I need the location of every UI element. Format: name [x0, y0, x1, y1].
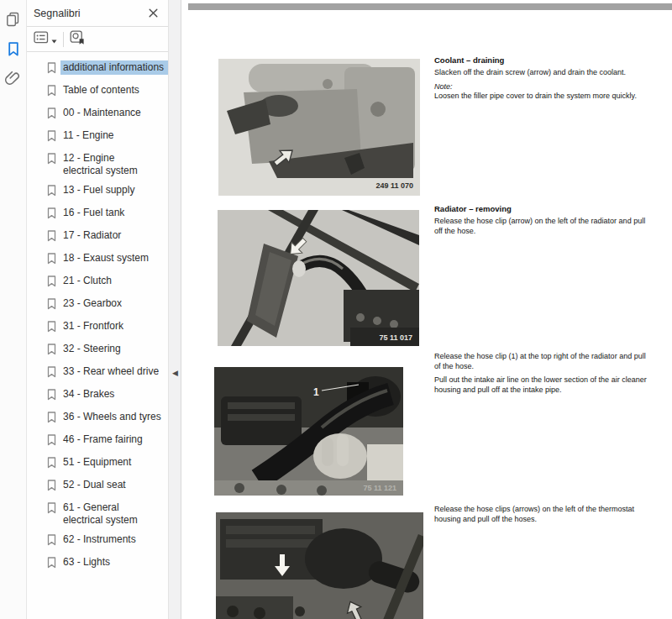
- section-paragraph: Release the hose clip (1) at the top rig…: [434, 352, 651, 371]
- bookmark-item-label: 46 - Frame fairing: [63, 433, 143, 446]
- bookmark-glyph-icon: [47, 321, 56, 336]
- bookmark-item-label: 21 - Clutch: [63, 275, 112, 287]
- bookmark-item[interactable]: 17 - Radiator: [27, 226, 168, 249]
- panel-title: Segnalibri: [34, 8, 81, 19]
- bookmark-item[interactable]: 13 - Fuel supply: [27, 181, 168, 203]
- bookmark-glyph-icon: [47, 412, 56, 427]
- bookmark-glyph-icon: [47, 275, 56, 291]
- toolbar-divider: [63, 32, 64, 47]
- section-hose-clip-intake: Release the hose clip (1) at the top rig…: [434, 352, 651, 399]
- navigation-rail: [0, 0, 27, 619]
- pdf-viewer-window: Segnalibri: [0, 0, 672, 619]
- panel-gutter: ◀: [168, 0, 181, 619]
- section-radiator-removing: Radiator – removing Release the hose cli…: [434, 204, 651, 240]
- bookmarks-toolbar: [27, 27, 168, 52]
- bookmark-list: additional informations Table of content…: [27, 52, 168, 575]
- bookmark-item[interactable]: 52 - Dual seat: [27, 475, 168, 498]
- bookmark-glyph-icon: [47, 153, 56, 168]
- bookmark-icon: [7, 41, 20, 60]
- bookmark-glyph-icon: [47, 62, 56, 77]
- bookmark-item-label: 36 - Wheels and tyres: [63, 411, 161, 423]
- section-coolant-draining: Coolant – draining Slacken off the drain…: [434, 55, 651, 106]
- bookmark-item[interactable]: 51 - Equipment: [27, 453, 168, 475]
- bookmark-item[interactable]: 12 - Engine electrical system: [27, 149, 168, 181]
- figure-thermostat-housing: [216, 512, 423, 619]
- bookmark-glyph-icon: [47, 207, 56, 223]
- collapse-panel-icon[interactable]: ◀: [172, 370, 178, 377]
- note-text: Loosen the filler pipe cover to drain th…: [434, 92, 651, 102]
- bookmark-item-label: 17 - Radiator: [63, 229, 121, 242]
- bookmark-item-label: additional informations: [60, 60, 168, 75]
- bookmark-item[interactable]: 21 - Clutch: [27, 271, 168, 294]
- bookmarks-panel: Segnalibri: [27, 0, 168, 619]
- bookmark-item-label: 52 - Dual seat: [63, 479, 126, 491]
- bookmark-glyph-icon: [47, 534, 56, 549]
- bookmark-glyph-icon: [47, 130, 56, 145]
- find-bookmark-icon: [70, 30, 86, 49]
- paperclip-icon: [5, 70, 21, 92]
- bookmark-item[interactable]: 32 - Steering: [27, 339, 168, 362]
- bookmark-item[interactable]: additional informations: [27, 58, 168, 81]
- bookmarks-panel-header: Segnalibri: [27, 0, 168, 27]
- bookmark-item-label: 33 - Rear wheel drive: [63, 365, 159, 378]
- bookmark-item[interactable]: 61 - General electrical system: [27, 498, 168, 530]
- pdf-page: 249 11 070: [181, 0, 672, 619]
- options-icon: [34, 31, 49, 47]
- page-thumbnails-button[interactable]: [4, 10, 23, 30]
- bookmark-item[interactable]: 63 - Lights: [27, 553, 168, 575]
- bookmark-item-label: 16 - Fuel tank: [63, 207, 124, 219]
- close-panel-icon[interactable]: [149, 8, 158, 18]
- bookmark-item-label: 63 - Lights: [63, 556, 110, 569]
- figure-part-label: 1: [313, 386, 319, 398]
- bookmark-item[interactable]: 00 - Maintenance: [27, 103, 168, 126]
- bookmark-item[interactable]: 34 - Brakes: [27, 385, 168, 407]
- bookmark-item[interactable]: 33 - Rear wheel drive: [27, 362, 168, 385]
- figure-caption: 249 11 070: [375, 181, 413, 190]
- viewer-top-edge: [188, 3, 672, 10]
- note-label: Note:: [434, 82, 651, 92]
- figure-coolant-drain: 249 11 070: [218, 59, 420, 199]
- page-thumbnails-icon: [5, 11, 21, 30]
- bookmark-glyph-icon: [47, 502, 56, 517]
- bookmark-item-label: 31 - Frontfork: [63, 320, 123, 333]
- bookmark-item[interactable]: 62 - Instruments: [27, 530, 168, 553]
- bookmark-glyph-icon: [47, 230, 56, 245]
- bookmark-glyph-icon: [47, 108, 56, 123]
- section-paragraph: Release the hose clips (arrows) on the l…: [434, 505, 651, 524]
- bookmark-item[interactable]: 31 - Frontfork: [27, 317, 168, 339]
- bookmark-item-label: 32 - Steering: [63, 343, 121, 355]
- bookmark-item-label: 11 - Engine: [63, 129, 114, 142]
- bookmark-item-label: Table of contents: [63, 84, 139, 97]
- figure-intake-hose: 1 75 11 121: [214, 367, 403, 499]
- bookmark-item[interactable]: 36 - Wheels and tyres: [27, 407, 168, 430]
- bookmark-item-label: 18 - Exaust system: [63, 252, 149, 265]
- figure-caption: 75 11 121: [363, 484, 396, 492]
- bookmark-glyph-icon: [47, 389, 56, 404]
- bookmark-item[interactable]: 23 - Gearbox: [27, 294, 168, 317]
- figure-caption: 75 11 017: [379, 333, 412, 342]
- bookmark-item[interactable]: 16 - Fuel tank: [27, 203, 168, 226]
- bookmark-glyph-icon: [47, 85, 56, 100]
- bookmark-item-label: 34 - Brakes: [63, 388, 114, 401]
- bookmarks-panel-button[interactable]: [4, 40, 23, 60]
- bookmark-glyph-icon: [47, 185, 56, 200]
- bookmark-item[interactable]: 46 - Frame fairing: [27, 430, 168, 453]
- bookmark-glyph-icon: [47, 457, 56, 472]
- section-heading: Radiator – removing: [434, 204, 651, 213]
- bookmark-item-label: 13 - Fuel supply: [63, 184, 134, 197]
- attachments-button[interactable]: [4, 71, 23, 91]
- bookmark-glyph-icon: [47, 557, 56, 572]
- bookmark-glyph-icon: [47, 298, 56, 313]
- bookmark-item[interactable]: Table of contents: [27, 81, 168, 103]
- section-heading: Coolant – draining: [434, 55, 651, 65]
- bookmark-item[interactable]: 11 - Engine: [27, 126, 168, 149]
- bookmark-glyph-icon: [47, 480, 56, 495]
- bookmark-item[interactable]: 18 - Exaust system: [27, 249, 168, 271]
- section-paragraph: Pull out the intake air line on the lowe…: [434, 375, 651, 395]
- bookmark-options-button[interactable]: [34, 31, 57, 47]
- find-current-bookmark-button[interactable]: [70, 30, 86, 49]
- chevron-down-icon: [51, 32, 57, 47]
- bookmark-item-label: 00 - Maintenance: [63, 107, 141, 119]
- bookmark-item-label: 62 - Instruments: [63, 533, 136, 546]
- bookmark-glyph-icon: [47, 434, 56, 449]
